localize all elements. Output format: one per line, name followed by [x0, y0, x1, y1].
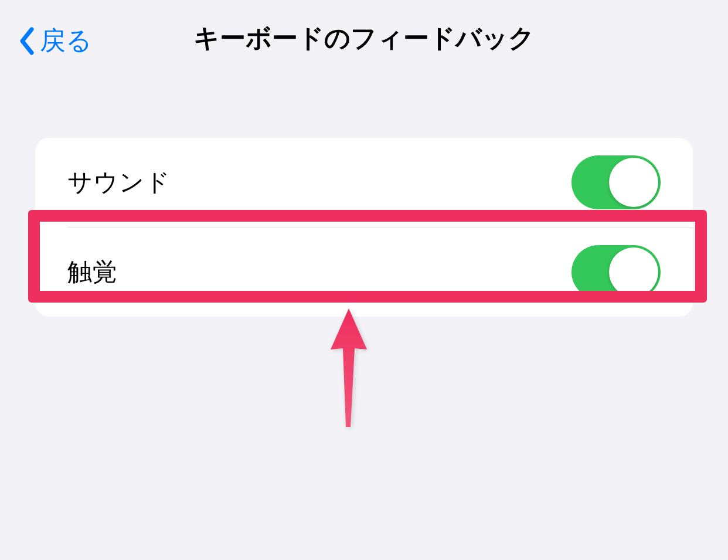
back-label: 戻る — [40, 23, 92, 58]
chevron-left-icon — [18, 26, 35, 56]
haptic-label: 触覚 — [67, 256, 118, 289]
toggle-knob — [609, 158, 658, 207]
page-title: キーボードのフィードバック — [0, 21, 728, 56]
back-button[interactable]: 戻る — [18, 23, 92, 58]
settings-group: サウンド 触覚 — [35, 138, 693, 317]
haptic-row: 触覚 — [35, 228, 693, 317]
sound-toggle[interactable] — [571, 155, 661, 209]
settings-content: サウンド 触覚 — [0, 70, 728, 317]
haptic-toggle[interactable] — [571, 245, 661, 299]
toggle-knob — [609, 247, 658, 297]
sound-row: サウンド — [35, 138, 693, 227]
navigation-header: 戻る キーボードのフィードバック — [0, 0, 728, 70]
arrow-up-annotation — [328, 304, 369, 432]
sound-label: サウンド — [67, 166, 171, 199]
